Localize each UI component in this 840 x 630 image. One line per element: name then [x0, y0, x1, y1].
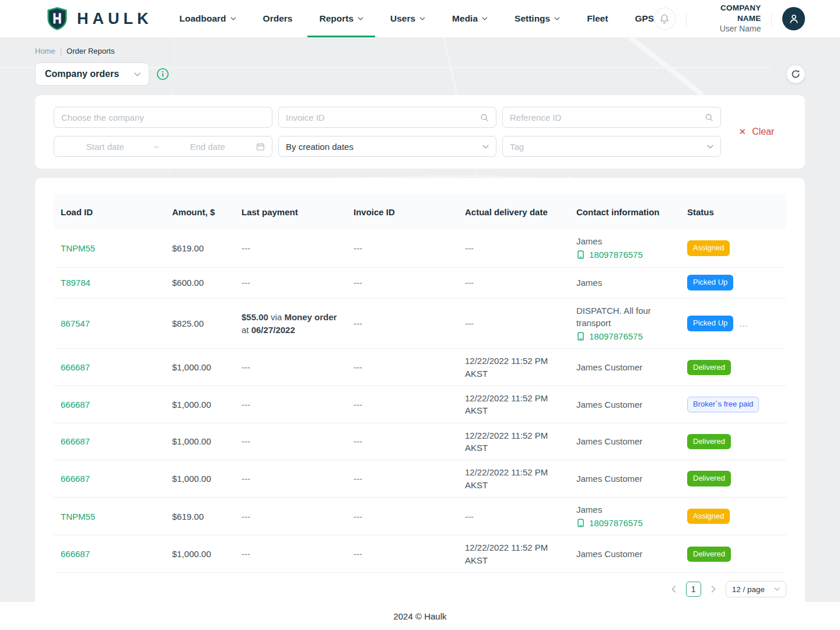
delivery-date-cell: 12/22/2022 11:52 PM AKST: [458, 424, 569, 460]
load-id-link[interactable]: TNPM55: [61, 512, 95, 522]
phone-number: 18097876575: [589, 330, 643, 342]
contact-name: James Customer: [576, 473, 674, 485]
contact-name: James: [576, 503, 674, 516]
delivery-date-cell: ---: [458, 505, 569, 528]
clear-filters-button[interactable]: ✕ Clear: [739, 127, 775, 137]
last-payment-cell: ---: [235, 271, 346, 295]
contact-cell: James Customer: [569, 355, 680, 379]
status-cell: Assigned: [680, 503, 786, 530]
page-number-button[interactable]: 1: [686, 582, 701, 597]
invoice-id-cell: ---: [346, 429, 458, 453]
company-filter-input[interactable]: [61, 113, 265, 123]
chevron-down-icon: [134, 72, 141, 76]
mobile-phone-icon: [576, 250, 585, 259]
user-avatar[interactable]: [782, 7, 805, 30]
load-id-link[interactable]: 666687: [61, 362, 90, 372]
date-range-picker[interactable]: Start date ~ End date: [54, 136, 272, 157]
table-row: TNPM55$619.00---------James18097876575As…: [54, 229, 786, 268]
contact-name: DISPATCH. All four transport: [576, 304, 674, 330]
payment-amount: $55.00: [242, 312, 268, 322]
status-cell: Delivered: [680, 354, 786, 381]
reference-id-filter[interactable]: [502, 107, 721, 128]
chevron-right-icon: [711, 586, 716, 593]
last-payment-cell: ---: [235, 236, 346, 260]
status-badge: Delivered: [687, 547, 731, 562]
status-badge: Delivered: [687, 471, 731, 486]
next-page-button[interactable]: [707, 582, 720, 597]
load-id-link[interactable]: 666687: [61, 549, 90, 559]
divider: [771, 11, 772, 26]
status-cell: Picked Up: [680, 269, 786, 296]
contact-cell: James Customer: [569, 467, 680, 491]
amount-cell: $1,000.00: [165, 393, 235, 416]
notification-bell-icon: [659, 13, 670, 24]
nav-item-loadboard[interactable]: Loadboard: [180, 0, 236, 37]
orders-table-card: Load ID Amount, $ Last payment Invoice I…: [35, 178, 805, 602]
copyright-text: 2024 © Haulk: [393, 611, 446, 621]
amount-cell: $1,000.00: [165, 355, 235, 379]
report-type-select[interactable]: Company orders: [35, 62, 149, 86]
nav-item-label: Media: [452, 13, 478, 24]
report-type-value: Company orders: [45, 69, 119, 79]
status-cell: Assigned: [680, 235, 786, 261]
chevron-down-icon: [358, 17, 363, 20]
table-row: 666687$1,000.00------12/22/2022 11:52 PM…: [54, 424, 786, 461]
company-filter[interactable]: [54, 107, 272, 128]
nav-item-reports[interactable]: Reports: [319, 0, 363, 37]
end-date-placeholder: End date: [163, 142, 251, 152]
contact-name: James: [576, 276, 674, 289]
load-id-link[interactable]: 867547: [61, 318, 90, 328]
nav-item-label: Settings: [514, 13, 550, 24]
invoice-id-input[interactable]: [286, 113, 475, 123]
refresh-button[interactable]: [786, 65, 805, 83]
report-info-button[interactable]: [156, 68, 169, 80]
status-badge: Assigned: [687, 509, 730, 524]
delivery-date-cell: ---: [458, 236, 569, 260]
delivery-date-cell: ---: [458, 312, 569, 335]
load-id-link[interactable]: 666687: [61, 436, 90, 446]
previous-page-button[interactable]: [667, 582, 680, 597]
invoice-id-cell: ---: [346, 271, 458, 295]
info-circle-icon: [156, 68, 169, 80]
table-header-row: Load ID Amount, $ Last payment Invoice I…: [54, 194, 786, 229]
shield-h-icon: [47, 7, 68, 30]
breadcrumb-home-link[interactable]: Home: [35, 47, 55, 55]
last-payment-cell: ---: [235, 542, 346, 566]
phone-number: 18097876575: [589, 517, 643, 529]
nav-item-settings[interactable]: Settings: [514, 0, 560, 37]
chevron-down-icon: [554, 17, 560, 20]
invoice-id-filter[interactable]: [278, 107, 496, 128]
contact-phone-link[interactable]: 18097876575: [576, 517, 674, 529]
nav-item-users[interactable]: Users: [390, 0, 425, 37]
contact-phone-link[interactable]: 18097876575: [576, 249, 674, 261]
contact-phone-link[interactable]: 18097876575: [576, 330, 674, 342]
search-icon: [480, 113, 489, 122]
load-id-link[interactable]: 666687: [61, 400, 90, 410]
nav-item-fleet[interactable]: Fleet: [587, 0, 608, 37]
invoice-id-cell: ---: [346, 355, 458, 379]
delivery-date-cell: ---: [458, 271, 569, 295]
company-name-label: COMPANY NAME: [697, 3, 761, 23]
status-badge: Picked Up: [687, 316, 733, 331]
load-id-link[interactable]: T89784: [61, 278, 90, 288]
nav-item-media[interactable]: Media: [452, 0, 488, 37]
load-id-cell: 666687: [54, 393, 165, 416]
contact-cell: DISPATCH. All four transport18097876575: [569, 299, 680, 349]
report-selector-row: Company orders: [35, 62, 805, 86]
last-payment-cell: ---: [235, 355, 346, 379]
page-size-value: 12 / page: [732, 585, 765, 594]
date-type-select[interactable]: By creation dates: [278, 136, 496, 157]
load-id-link[interactable]: TNPM55: [61, 243, 95, 253]
reference-id-input[interactable]: [510, 113, 700, 123]
haulk-logo[interactable]: HAULK: [47, 7, 153, 30]
load-id-cell: 666687: [54, 542, 165, 566]
nav-item-orders[interactable]: Orders: [263, 0, 293, 37]
page-size-select[interactable]: 12 / page: [726, 581, 786, 597]
more-statuses-button[interactable]: ...: [739, 317, 748, 330]
load-id-link[interactable]: 666687: [61, 474, 90, 484]
amount-cell: $825.00: [165, 312, 235, 335]
invoice-id-cell: ---: [346, 312, 458, 335]
tag-select[interactable]: Tag: [502, 136, 721, 157]
notifications-button[interactable]: [654, 8, 676, 30]
nav-item-gps[interactable]: GPS: [635, 0, 654, 37]
